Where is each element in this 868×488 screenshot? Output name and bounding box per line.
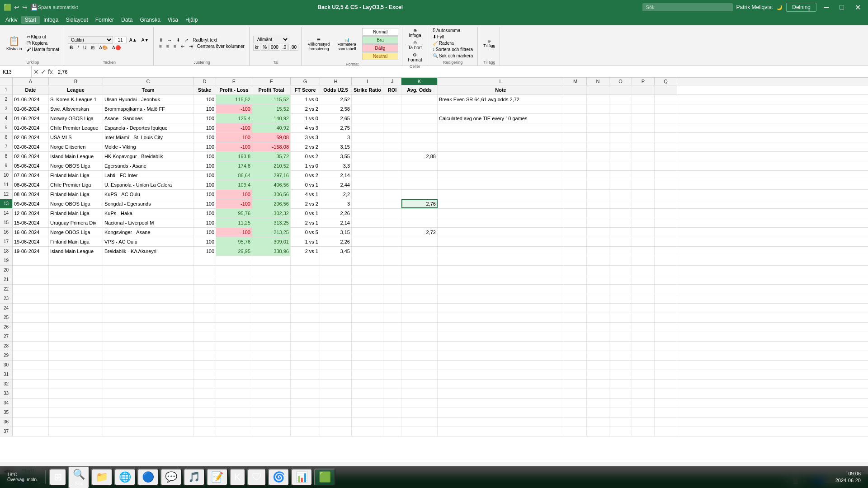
cell[interactable]: 95,76 xyxy=(216,237,252,246)
cell[interactable] xyxy=(401,123,438,132)
cell[interactable] xyxy=(609,351,632,360)
cell[interactable]: 40,92 xyxy=(252,123,291,132)
row-number[interactable]: 15 xyxy=(0,218,13,227)
cell[interactable] xyxy=(655,171,677,180)
row-number[interactable]: 29 xyxy=(0,351,13,360)
col-header-H[interactable]: H xyxy=(320,78,352,85)
cell[interactable]: 01-06-2024 xyxy=(13,114,49,123)
cell[interactable] xyxy=(587,332,609,341)
cell[interactable] xyxy=(352,408,383,417)
cell[interactable]: 100 xyxy=(193,228,216,237)
cell[interactable] xyxy=(587,418,609,427)
cell[interactable] xyxy=(49,323,103,332)
cell[interactable] xyxy=(193,408,216,417)
cell[interactable]: Profit Total xyxy=(252,85,291,94)
delete-cell-button[interactable]: ⊖ Ta bort xyxy=(406,39,424,51)
cell[interactable]: 193,8 xyxy=(216,152,252,161)
cell[interactable] xyxy=(291,389,320,398)
cell[interactable]: 2 vs 1 xyxy=(291,218,320,227)
cell[interactable] xyxy=(587,351,609,360)
cell[interactable]: 100 xyxy=(193,114,216,123)
col-header-C[interactable]: C xyxy=(103,78,193,85)
cell[interactable] xyxy=(252,313,291,322)
cell[interactable] xyxy=(655,266,677,275)
cell[interactable] xyxy=(564,351,587,360)
cell[interactable] xyxy=(383,256,401,265)
cell[interactable]: 2,2 xyxy=(320,190,352,199)
cell[interactable] xyxy=(655,123,677,132)
cell[interactable]: 3,15 xyxy=(320,228,352,237)
cell[interactable] xyxy=(352,142,383,151)
cut-button[interactable]: ✂ Klipp ut xyxy=(25,34,61,40)
cell[interactable]: 3,45 xyxy=(320,247,352,256)
cell[interactable]: 2 vs 2 xyxy=(291,199,320,208)
cell[interactable] xyxy=(401,351,438,360)
cell[interactable] xyxy=(564,123,587,132)
cell[interactable] xyxy=(49,294,103,303)
cell[interactable] xyxy=(383,399,401,408)
cell[interactable] xyxy=(655,380,677,389)
cell[interactable] xyxy=(103,304,193,313)
cell[interactable] xyxy=(564,142,587,151)
bold-button[interactable]: B xyxy=(68,45,75,51)
cell[interactable] xyxy=(632,142,655,151)
cell[interactable]: Ulsan Hyundai - Jeonbuk xyxy=(103,95,193,104)
cell[interactable] xyxy=(252,399,291,408)
cell[interactable] xyxy=(383,408,401,417)
cell[interactable] xyxy=(587,427,609,436)
cell[interactable]: 100 xyxy=(193,161,216,170)
cell[interactable] xyxy=(587,313,609,322)
file-explorer-button[interactable]: 📁 xyxy=(91,469,113,486)
cell[interactable] xyxy=(609,370,632,379)
cell[interactable]: HK Kopavogur - Breidablik xyxy=(103,152,193,161)
cell[interactable] xyxy=(632,332,655,341)
cell[interactable]: 115,52 xyxy=(252,95,291,104)
cell[interactable] xyxy=(320,266,352,275)
cell[interactable] xyxy=(564,294,587,303)
cell[interactable] xyxy=(216,256,252,265)
cell[interactable] xyxy=(609,427,632,436)
cell[interactable] xyxy=(438,389,564,398)
cell[interactable] xyxy=(564,418,587,427)
cell[interactable] xyxy=(564,342,587,351)
format-dalig-cell[interactable]: Dålig xyxy=(362,44,398,52)
cell[interactable] xyxy=(252,275,291,284)
cell[interactable]: 100 xyxy=(193,199,216,208)
redo-icon[interactable]: ↪ xyxy=(22,4,28,11)
cell[interactable]: -158,08 xyxy=(252,142,291,151)
cell[interactable]: 19-06-2024 xyxy=(13,247,49,256)
apps-button-3[interactable]: 🌀 xyxy=(268,469,289,486)
close-button[interactable]: ✕ xyxy=(851,0,864,14)
cell[interactable] xyxy=(609,389,632,398)
cell[interactable] xyxy=(103,285,193,294)
cell[interactable] xyxy=(655,85,677,94)
cell[interactable] xyxy=(252,427,291,436)
cell[interactable] xyxy=(252,370,291,379)
cell[interactable]: League xyxy=(49,85,103,94)
cell[interactable] xyxy=(609,313,632,322)
cell[interactable]: 2 vs 2 xyxy=(291,104,320,113)
cell[interactable] xyxy=(564,209,587,218)
cell[interactable] xyxy=(609,256,632,265)
cell[interactable] xyxy=(401,218,438,227)
cell[interactable] xyxy=(352,342,383,351)
cell[interactable] xyxy=(383,218,401,227)
cell[interactable] xyxy=(655,323,677,332)
paste-button[interactable]: 📋 Klistra in xyxy=(5,30,24,57)
cell[interactable] xyxy=(252,285,291,294)
cell[interactable] xyxy=(655,408,677,417)
cell[interactable] xyxy=(609,408,632,417)
cell[interactable]: 0 vs 2 xyxy=(291,152,320,161)
row-number[interactable]: 14 xyxy=(0,209,13,218)
cell[interactable] xyxy=(632,313,655,322)
cell[interactable] xyxy=(401,114,438,123)
cell[interactable] xyxy=(587,304,609,313)
cell[interactable] xyxy=(438,304,564,313)
cell[interactable] xyxy=(216,313,252,322)
cell[interactable] xyxy=(655,133,677,142)
confirm-formula-icon[interactable]: ✓ xyxy=(41,68,46,75)
cell[interactable]: Chile Premier League xyxy=(49,123,103,132)
cell[interactable] xyxy=(587,399,609,408)
cell[interactable] xyxy=(49,256,103,265)
share-button[interactable]: Delning xyxy=(786,3,816,12)
